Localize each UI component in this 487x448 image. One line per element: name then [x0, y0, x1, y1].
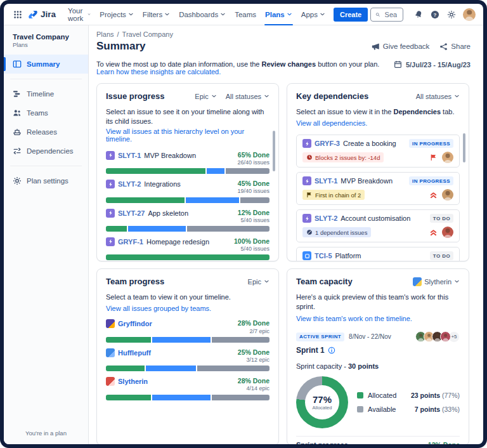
assignee-avatar[interactable] [442, 227, 453, 238]
dependencies-icon [13, 147, 22, 155]
blocks-chip: Blocks 2 issues by: -14d [302, 152, 384, 162]
sidebar-item-summary[interactable]: Summary [4, 55, 88, 74]
teams-icon [13, 109, 22, 117]
status-badge: TO DO [430, 251, 453, 260]
plan-info-message: To view the most up to date plan informa… [96, 60, 386, 76]
nav-teams[interactable]: Teams [230, 4, 261, 25]
search-input[interactable] [384, 10, 398, 19]
view-all-issues-link[interactable]: View all issues at this hierarchy level … [106, 128, 269, 143]
team-progress-card: Team progress Epic Select a team to view… [96, 268, 279, 444]
help-icon[interactable] [427, 7, 443, 22]
done-percent: 65% Done [237, 151, 269, 159]
status-badge: IN PROGRESS [409, 139, 453, 148]
flag-icon [306, 192, 313, 198]
hierarchy-filter-dropdown[interactable]: Epic [195, 93, 216, 100]
nav-filters[interactable]: Filters [138, 4, 174, 25]
view-issues-by-team-link[interactable]: View all issues grouped by teams. [106, 305, 211, 312]
issue-row[interactable]: GRYF-1 Homepage redesign 100% Done5/40 i… [106, 237, 269, 260]
dependency-item[interactable]: SLYT-2 Account customisation TO DO 1 dep… [296, 209, 460, 242]
team-selector-dropdown[interactable]: Slytherin [413, 277, 460, 286]
view-team-work-link[interactable]: View this team's work on the timeline. [296, 315, 412, 322]
progress-bar [106, 395, 269, 400]
priority-highest-icon [429, 191, 438, 199]
breadcrumb-travel-company[interactable]: Travel Company [122, 30, 173, 38]
dependency-item[interactable]: GRYF-3 Create a booking IN PROGRESS Bloc… [296, 135, 460, 168]
epic-count: 3/12 epic [238, 357, 269, 364]
status-badge: IN PROGRESS [409, 176, 453, 185]
chevron-down-icon [128, 11, 134, 17]
scrollbar-thumb[interactable] [463, 133, 465, 162]
dependency-item[interactable]: SLYT-1 MVP Breakdown IN PROGRESS First i… [296, 172, 460, 205]
sprint-member-avatars[interactable]: +5 [415, 331, 460, 343]
team-avatar [106, 348, 115, 357]
sidebar-item-plan-settings[interactable]: Plan settings [4, 171, 88, 190]
chevron-down-icon [264, 279, 269, 284]
profile-avatar[interactable] [463, 8, 476, 21]
progress-bar [106, 226, 269, 232]
capacity-donut-chart: 77% Allocated [296, 376, 348, 428]
scrollbar-thumb[interactable] [273, 131, 275, 171]
notifications-icon[interactable] [411, 7, 426, 22]
issue-row[interactable]: SLYT-27 App skeleton 12% Done5/40 issues [106, 209, 269, 232]
dependents-chip: 1 dependent issues [302, 227, 371, 237]
key-dependencies-card: Key dependencies All statuses Select an … [287, 83, 469, 261]
megaphone-icon [372, 43, 380, 51]
create-button[interactable]: Create [334, 8, 368, 22]
breadcrumb-plans[interactable]: Plans [96, 30, 114, 38]
card-description: Select a team to view it on your timelin… [106, 293, 269, 302]
assignee-avatar[interactable] [442, 152, 453, 163]
chevron-down-icon [320, 11, 325, 17]
jira-app: Jira Your work Projects Filters Dashboar… [4, 4, 483, 444]
hierarchy-filter-dropdown[interactable]: Epic [248, 278, 269, 286]
issue-count: 19/40 issues [237, 188, 269, 195]
nav-plans[interactable]: Plans [261, 4, 297, 25]
team-row[interactable]: Slytherin 28% Done4/14 epic [106, 377, 269, 400]
settings-icon[interactable] [444, 7, 459, 22]
search-box[interactable] [370, 8, 403, 22]
team-row[interactable]: Hufflepuff 25% Done3/12 epic [106, 348, 269, 371]
jira-logo[interactable]: Jira [28, 10, 56, 20]
issue-row[interactable]: SLYT-1 MVP Breakdown 65% Done26/40 issue… [106, 151, 269, 174]
nav-projects[interactable]: Projects [95, 4, 138, 25]
insights-link[interactable]: Learn how these insights are calculated. [96, 68, 221, 76]
nav-apps[interactable]: Apps [297, 4, 330, 25]
chevron-down-icon [88, 11, 91, 17]
dependency-item[interactable]: TCI-5 Platform TO DO 1 dependent issue [296, 247, 460, 261]
issue-progress-list: SLYT-1 MVP Breakdown 65% Done26/40 issue… [106, 145, 269, 261]
brand-name: Jira [41, 10, 56, 19]
assignee-avatar[interactable] [442, 189, 453, 201]
sidebar-divider [10, 166, 82, 166]
date-range: 5/Jul/23 - 15/Aug/23 [386, 60, 471, 69]
give-feedback-button[interactable]: Give feedback [372, 43, 430, 51]
plan-subtitle: Plans [4, 41, 88, 55]
app-switcher-icon[interactable] [10, 7, 25, 22]
epic-icon [106, 180, 115, 188]
breadcrumb: Plans / Travel Company [96, 30, 471, 38]
nav-dashboards[interactable]: Dashboards [174, 4, 230, 25]
status-filter-dropdown[interactable]: All statuses [416, 93, 460, 100]
main-content: Plans / Travel Company Summary Give feed… [89, 25, 483, 444]
progress-bar [106, 254, 269, 260]
sidebar-divider [10, 79, 82, 79]
sidebar-item-dependencies[interactable]: Dependencies [4, 142, 88, 161]
view-all-dependencies-link[interactable]: View all dependencies. [296, 119, 367, 127]
sidebar-item-teams[interactable]: Teams [4, 103, 88, 122]
team-capacity-card: Team capacity Slytherin Here's a quick p… [287, 268, 469, 444]
sidebar-item-timeline[interactable]: Timeline [4, 84, 88, 103]
epic-icon [302, 214, 311, 223]
info-icon[interactable] [328, 346, 335, 354]
issue-progress-card: Issue progress Epic All statuses Select … [96, 83, 279, 261]
dependency-list: GRYF-3 Create a booking IN PROGRESS Bloc… [296, 135, 460, 261]
flagged-icon [429, 154, 438, 162]
epic-icon [106, 237, 115, 246]
chevron-down-icon [211, 93, 217, 99]
sidebar-item-releases[interactable]: Releases [4, 122, 88, 142]
breadcrumb-separator: / [117, 30, 119, 38]
status-filter-dropdown[interactable]: All statuses [226, 93, 269, 100]
nav-your-work[interactable]: Your work [63, 4, 95, 25]
issue-row[interactable]: SLYT-2 Integrations 45% Done19/40 issues [106, 180, 269, 202]
done-percent: 12% Done [238, 209, 269, 217]
share-button[interactable]: Share [439, 43, 471, 51]
team-avatar [106, 319, 115, 328]
team-row[interactable]: Gryffindor 28% Done2/7 epic [106, 319, 269, 342]
